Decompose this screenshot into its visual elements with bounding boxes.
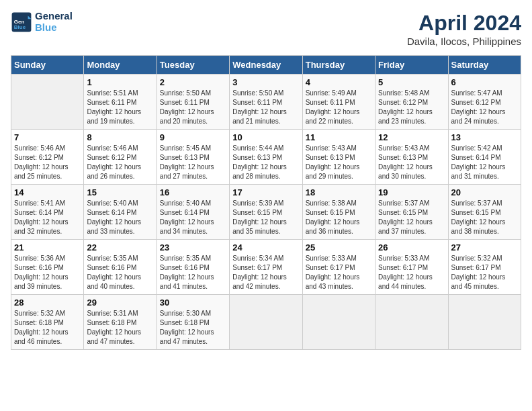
week-row-5: 28Sunrise: 5:32 AMSunset: 6:18 PMDayligh…: [11, 295, 521, 350]
day-info: Sunrise: 5:32 AMSunset: 6:17 PMDaylight:…: [451, 254, 518, 291]
day-info: Sunrise: 5:44 AMSunset: 6:13 PMDaylight:…: [232, 144, 299, 181]
day-number: 29: [87, 298, 153, 308]
calendar-table: SundayMondayTuesdayWednesdayThursdayFrid…: [11, 55, 521, 350]
day-info: Sunrise: 5:31 AMSunset: 6:18 PMDaylight:…: [87, 309, 153, 347]
day-number: 28: [14, 298, 81, 308]
calendar-title-block: April 2024 Davila, Ilocos, Philippines: [407, 11, 521, 47]
day-cell: 19Sunrise: 5:37 AMSunset: 6:15 PMDayligh…: [375, 185, 448, 240]
day-cell: [302, 295, 375, 350]
day-cell: 9Sunrise: 5:45 AMSunset: 6:13 PMDaylight…: [157, 130, 229, 185]
day-info: Sunrise: 5:34 AMSunset: 6:17 PMDaylight:…: [232, 254, 299, 291]
header-monday: Monday: [84, 56, 157, 75]
day-info: Sunrise: 5:38 AMSunset: 6:15 PMDaylight:…: [306, 199, 372, 236]
day-cell: 5Sunrise: 5:48 AMSunset: 6:12 PMDaylight…: [375, 75, 448, 130]
header-sunday: Sunday: [11, 56, 84, 75]
header-wednesday: Wednesday: [230, 56, 302, 75]
day-info: Sunrise: 5:46 AMSunset: 6:12 PMDaylight:…: [14, 144, 81, 181]
day-info: Sunrise: 5:37 AMSunset: 6:15 PMDaylight:…: [451, 199, 518, 236]
day-number: 2: [160, 77, 226, 87]
day-cell: 28Sunrise: 5:32 AMSunset: 6:18 PMDayligh…: [11, 295, 84, 350]
page-header: Gen Blue General Blue April 2024 Davila,…: [11, 11, 521, 47]
day-number: 21: [14, 242, 81, 253]
month-title: April 2024: [407, 11, 521, 36]
day-cell: [448, 295, 521, 350]
day-cell: 14Sunrise: 5:41 AMSunset: 6:14 PMDayligh…: [11, 185, 84, 240]
day-number: 5: [378, 77, 445, 87]
app-logo: Gen Blue General Blue: [11, 11, 73, 33]
day-number: 25: [306, 242, 372, 253]
day-number: 18: [306, 187, 372, 197]
day-cell: 16Sunrise: 5:40 AMSunset: 6:14 PMDayligh…: [157, 185, 229, 240]
logo-icon: Gen Blue: [11, 11, 32, 33]
day-info: Sunrise: 5:35 AMSunset: 6:16 PMDaylight:…: [160, 254, 226, 291]
day-info: Sunrise: 5:40 AMSunset: 6:14 PMDaylight:…: [160, 199, 226, 236]
day-cell: [230, 295, 302, 350]
week-row-2: 7Sunrise: 5:46 AMSunset: 6:12 PMDaylight…: [11, 130, 521, 185]
day-number: 24: [232, 242, 299, 253]
day-number: 19: [378, 187, 445, 197]
day-info: Sunrise: 5:43 AMSunset: 6:13 PMDaylight:…: [306, 144, 372, 181]
day-number: 6: [451, 77, 518, 87]
day-cell: 15Sunrise: 5:40 AMSunset: 6:14 PMDayligh…: [84, 185, 157, 240]
day-info: Sunrise: 5:32 AMSunset: 6:18 PMDaylight:…: [14, 309, 81, 347]
header-friday: Friday: [375, 56, 448, 75]
day-number: 1: [87, 77, 153, 87]
day-cell: 26Sunrise: 5:33 AMSunset: 6:17 PMDayligh…: [375, 240, 448, 295]
day-info: Sunrise: 5:48 AMSunset: 6:12 PMDaylight:…: [378, 89, 445, 126]
day-number: 12: [378, 132, 445, 142]
svg-text:Blue: Blue: [14, 24, 26, 30]
day-cell: 17Sunrise: 5:39 AMSunset: 6:15 PMDayligh…: [230, 185, 302, 240]
day-cell: 6Sunrise: 5:47 AMSunset: 6:12 PMDaylight…: [448, 75, 521, 130]
day-cell: 25Sunrise: 5:33 AMSunset: 6:17 PMDayligh…: [302, 240, 375, 295]
header-saturday: Saturday: [448, 56, 521, 75]
day-cell: [11, 75, 84, 130]
header-thursday: Thursday: [302, 56, 375, 75]
day-number: 11: [306, 132, 372, 142]
day-cell: 2Sunrise: 5:50 AMSunset: 6:11 PMDaylight…: [157, 75, 229, 130]
day-info: Sunrise: 5:47 AMSunset: 6:12 PMDaylight:…: [451, 89, 518, 126]
day-cell: 3Sunrise: 5:50 AMSunset: 6:11 PMDaylight…: [230, 75, 302, 130]
day-number: 17: [232, 187, 299, 197]
week-row-1: 1Sunrise: 5:51 AMSunset: 6:11 PMDaylight…: [11, 75, 521, 130]
week-row-3: 14Sunrise: 5:41 AMSunset: 6:14 PMDayligh…: [11, 185, 521, 240]
day-number: 30: [160, 298, 226, 308]
day-info: Sunrise: 5:46 AMSunset: 6:12 PMDaylight:…: [87, 144, 153, 181]
day-number: 13: [451, 132, 518, 142]
day-number: 15: [87, 187, 153, 197]
day-number: 10: [232, 132, 299, 142]
day-info: Sunrise: 5:39 AMSunset: 6:15 PMDaylight:…: [232, 199, 299, 236]
day-cell: 24Sunrise: 5:34 AMSunset: 6:17 PMDayligh…: [230, 240, 302, 295]
day-info: Sunrise: 5:40 AMSunset: 6:14 PMDaylight:…: [87, 199, 153, 236]
calendar-header-row: SundayMondayTuesdayWednesdayThursdayFrid…: [11, 56, 521, 75]
day-info: Sunrise: 5:49 AMSunset: 6:11 PMDaylight:…: [306, 89, 372, 126]
day-number: 7: [14, 132, 81, 142]
day-info: Sunrise: 5:41 AMSunset: 6:14 PMDaylight:…: [14, 199, 81, 236]
day-number: 23: [160, 242, 226, 253]
day-cell: 13Sunrise: 5:42 AMSunset: 6:14 PMDayligh…: [448, 130, 521, 185]
day-info: Sunrise: 5:45 AMSunset: 6:13 PMDaylight:…: [160, 144, 226, 181]
day-info: Sunrise: 5:50 AMSunset: 6:11 PMDaylight:…: [160, 89, 226, 126]
day-cell: 12Sunrise: 5:43 AMSunset: 6:13 PMDayligh…: [375, 130, 448, 185]
day-info: Sunrise: 5:35 AMSunset: 6:16 PMDaylight:…: [87, 254, 153, 291]
day-cell: 29Sunrise: 5:31 AMSunset: 6:18 PMDayligh…: [84, 295, 157, 350]
day-cell: 11Sunrise: 5:43 AMSunset: 6:13 PMDayligh…: [302, 130, 375, 185]
day-info: Sunrise: 5:36 AMSunset: 6:16 PMDaylight:…: [14, 254, 81, 291]
day-cell: 1Sunrise: 5:51 AMSunset: 6:11 PMDaylight…: [84, 75, 157, 130]
day-info: Sunrise: 5:42 AMSunset: 6:14 PMDaylight:…: [451, 144, 518, 181]
day-number: 9: [160, 132, 226, 142]
day-cell: 10Sunrise: 5:44 AMSunset: 6:13 PMDayligh…: [230, 130, 302, 185]
day-number: 14: [14, 187, 81, 197]
day-cell: 27Sunrise: 5:32 AMSunset: 6:17 PMDayligh…: [448, 240, 521, 295]
week-row-4: 21Sunrise: 5:36 AMSunset: 6:16 PMDayligh…: [11, 240, 521, 295]
location-title: Davila, Ilocos, Philippines: [407, 36, 521, 47]
day-info: Sunrise: 5:33 AMSunset: 6:17 PMDaylight:…: [378, 254, 445, 291]
day-info: Sunrise: 5:33 AMSunset: 6:17 PMDaylight:…: [306, 254, 372, 291]
day-cell: 4Sunrise: 5:49 AMSunset: 6:11 PMDaylight…: [302, 75, 375, 130]
day-cell: [375, 295, 448, 350]
day-number: 4: [306, 77, 372, 87]
day-number: 16: [160, 187, 226, 197]
day-cell: 20Sunrise: 5:37 AMSunset: 6:15 PMDayligh…: [448, 185, 521, 240]
day-cell: 8Sunrise: 5:46 AMSunset: 6:12 PMDaylight…: [84, 130, 157, 185]
day-info: Sunrise: 5:43 AMSunset: 6:13 PMDaylight:…: [378, 144, 445, 181]
day-number: 22: [87, 242, 153, 253]
